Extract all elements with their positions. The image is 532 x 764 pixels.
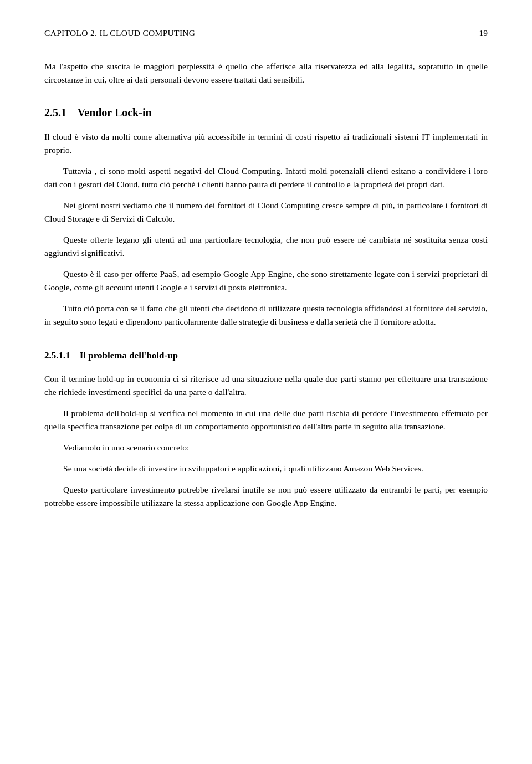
section-251-number: 2.5.1 (44, 106, 66, 119)
section-251-para-2: Tuttavia , ci sono molti aspetti negativ… (44, 165, 488, 191)
page: CAPITOLO 2. IL CLOUD COMPUTING 19 Ma l'a… (0, 0, 532, 764)
section-2511-para-3: Vediamolo in uno scenario concreto: (44, 441, 488, 454)
section-251-para-1: Il cloud è visto da molti come alternati… (44, 130, 488, 157)
section-251-para-3: Nei giorni nostri vediamo che il numero … (44, 199, 488, 225)
section-2511-title: Il problema dell'hold-up (80, 350, 178, 361)
section-2511-number: 2.5.1.1 (44, 350, 70, 361)
section-2511-para-2: Il problema dell'hold-up si verifica nel… (44, 407, 488, 433)
page-header: CAPITOLO 2. IL CLOUD COMPUTING 19 (44, 27, 488, 40)
section-251-heading: 2.5.1 Vendor Lock-in (44, 104, 488, 121)
section-251-para-6: Tutto ciò porta con se il fatto che gli … (44, 302, 488, 329)
section-251-para-5: Questo è il caso per offerte PaaS, ad es… (44, 268, 488, 294)
section-2511-para-5: Questo particolare investimento potrebbe… (44, 483, 488, 510)
section-2511-para-4: Se una società decide di investire in sv… (44, 462, 488, 475)
section-251-para-4: Queste offerte legano gli utenti ad una … (44, 233, 488, 260)
section-251-title: Vendor Lock-in (78, 106, 152, 119)
chapter-label: CAPITOLO 2. IL CLOUD COMPUTING (44, 27, 195, 40)
page-number: 19 (479, 27, 488, 40)
section-2511-para-1: Con il termine hold-up in economia ci si… (44, 372, 488, 399)
intro-paragraph: Ma l'aspetto che suscita le maggiori per… (44, 60, 488, 86)
section-2511-heading: 2.5.1.1 Il problema dell'hold-up (44, 348, 488, 363)
